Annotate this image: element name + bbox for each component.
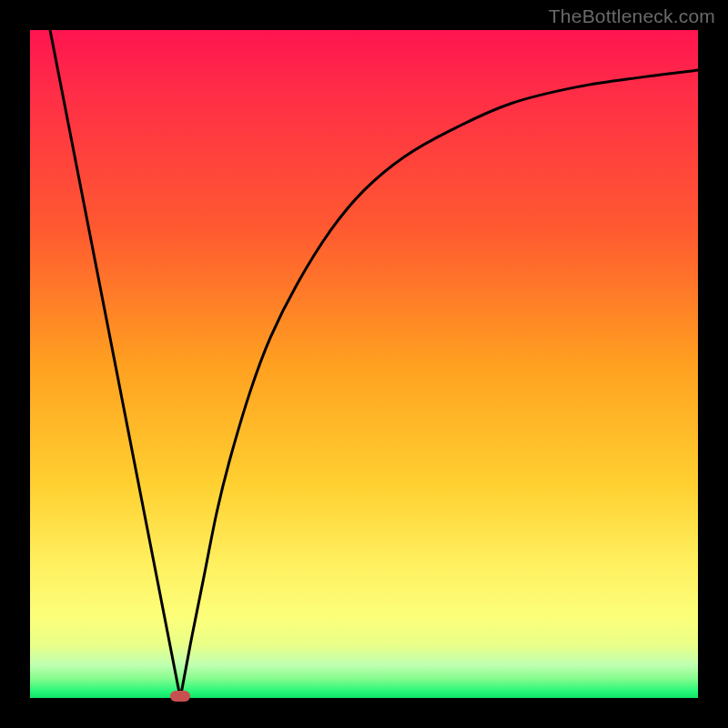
watermark-text: TheBottleneck.com [549,5,715,27]
minimum-marker [170,691,190,702]
curve-path [50,30,698,698]
plot-area [30,30,698,698]
chart-frame: TheBottleneck.com [0,0,728,728]
bottleneck-curve [30,30,698,698]
